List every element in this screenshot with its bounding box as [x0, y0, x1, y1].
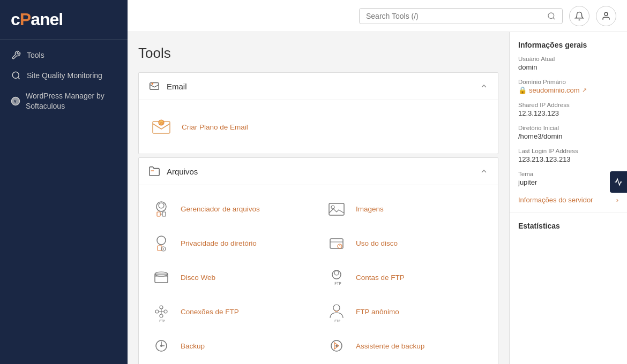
- last-login-value: 123.213.123.213: [518, 155, 618, 163]
- search-button[interactable]: [547, 12, 556, 20]
- svg-line-1: [18, 78, 19, 79]
- shared-ip-value: 12.3.123.123: [518, 109, 618, 117]
- stats-title: Estatísticas: [518, 222, 618, 230]
- sidebar-item-tools-label: Tools: [27, 50, 44, 60]
- tool-item-privacidade[interactable]: Privacidade do diretório: [148, 230, 313, 256]
- tool-item-imagens[interactable]: Imagens: [324, 196, 488, 222]
- file-manager-icon: [148, 196, 174, 222]
- svg-point-18: [331, 206, 334, 209]
- tool-item-conexoes-ftp[interactable]: FTP Conexões de FTP: [148, 299, 313, 324]
- search-input[interactable]: [366, 12, 543, 20]
- email-section-header[interactable]: Email: [139, 73, 498, 100]
- lock-icon: 🔒: [518, 86, 527, 94]
- svg-line-4: [553, 18, 555, 19]
- arquivos-tool-grid: Gerenciador de arquivos I: [148, 196, 488, 359]
- shared-ip-row: Shared IP Address 12.3.123.123: [518, 102, 618, 117]
- email-section-body: @ Criar Plano de Email: [139, 100, 498, 154]
- dominio-value: seudominio.com: [529, 86, 580, 94]
- svg-rect-15: [162, 212, 166, 216]
- svg-text:FTP: FTP: [159, 319, 165, 323]
- server-info-link[interactable]: Informações do servidor ›: [518, 194, 618, 204]
- email-plan-icon: @: [148, 114, 174, 140]
- svg-text:FTP: FTP: [334, 282, 341, 286]
- images-icon: [324, 196, 349, 222]
- tool-item-gerenciador[interactable]: Gerenciador de arquivos: [148, 196, 313, 222]
- svg-point-3: [548, 13, 554, 19]
- last-login-row: Last Login IP Address 123.213.123.213: [518, 148, 618, 163]
- backup-wizard-icon: [324, 333, 349, 359]
- notifications-button[interactable]: [569, 6, 589, 26]
- main-content: Tools Email: [128, 32, 509, 364]
- tool-item-uso-disco[interactable]: Uso do disco: [324, 230, 488, 256]
- svg-point-34: [164, 310, 167, 313]
- usuario-label: Usuário Atual: [518, 56, 618, 62]
- email-section: Email @: [138, 72, 498, 154]
- tool-item-backup[interactable]: Backup: [148, 333, 313, 359]
- ftp-accounts-icon: FTP: [324, 264, 349, 290]
- sidebar-item-wordpress-label: WordPress Manager by Softaculous: [26, 91, 117, 110]
- svg-text:FTP: FTP: [334, 319, 340, 323]
- tool-item-disco-web[interactable]: Disco Web: [148, 264, 313, 290]
- sidebar-item-wordpress[interactable]: WordPress Manager by Softaculous: [0, 86, 128, 116]
- dominio-link[interactable]: 🔒 seudominio.com ↗: [518, 86, 618, 94]
- sidebar-item-site-quality[interactable]: Site Quality Monitoring: [0, 65, 128, 86]
- svg-point-45: [160, 345, 162, 347]
- svg-point-30: [334, 271, 339, 275]
- svg-rect-14: [157, 212, 160, 216]
- svg-point-29: [332, 270, 341, 279]
- cpanel-logo: cPanel: [11, 10, 117, 29]
- user-button[interactable]: [596, 6, 616, 26]
- header: [128, 0, 627, 32]
- criar-plano-email-item[interactable]: @ Criar Plano de Email: [148, 111, 488, 143]
- search-bar-container: [359, 8, 563, 24]
- tool-conexoes-ftp-label: Conexões de FTP: [181, 308, 239, 316]
- ftp-connections-icon: FTP: [148, 299, 174, 324]
- wordpress-icon: [11, 96, 20, 106]
- logo-area: cPanel: [0, 0, 128, 40]
- tema-label: Tema: [518, 171, 618, 177]
- svg-point-39: [333, 305, 340, 311]
- email-collapse-icon: [480, 82, 488, 90]
- directory-privacy-icon: [148, 230, 174, 256]
- tool-contas-ftp-label: Contas de FTP: [356, 274, 405, 282]
- dominio-label: Domínio Primário: [518, 79, 618, 85]
- email-section-icon: [148, 80, 160, 92]
- float-chart-button[interactable]: [610, 171, 627, 193]
- tool-gerenciador-label: Gerenciador de arquivos: [181, 205, 260, 213]
- diretorio-row: Diretório Inicial /home3/domin: [518, 125, 618, 140]
- tool-item-assistente-backup[interactable]: Assistente de backup: [324, 333, 488, 359]
- dominio-row: Domínio Primário 🔒 seudominio.com ↗: [518, 79, 618, 94]
- server-info-label: Informações do servidor: [518, 196, 593, 204]
- arquivos-section-title: Arquivos: [167, 167, 198, 176]
- tool-imagens-label: Imagens: [356, 205, 384, 213]
- arquivos-section-icon: [148, 165, 160, 177]
- sidebar-item-tools[interactable]: Tools: [0, 45, 128, 65]
- svg-point-0: [12, 72, 19, 79]
- tema-value: jupiter: [518, 178, 618, 186]
- svg-point-33: [160, 306, 163, 309]
- tool-disco-web-label: Disco Web: [181, 274, 215, 282]
- tool-backup-label: Backup: [181, 342, 205, 350]
- web-disk-icon: [148, 264, 174, 290]
- usuario-row: Usuário Atual domin: [518, 56, 618, 71]
- tool-item-ftp-anonimo[interactable]: FTP FTP anônimo: [324, 299, 488, 324]
- ftp-anon-icon: FTP: [324, 299, 349, 324]
- search-quality-icon: [11, 71, 21, 80]
- svg-point-47: [335, 345, 338, 347]
- page-title: Tools: [138, 45, 498, 62]
- tools-icon: [11, 50, 21, 60]
- criar-plano-email-label: Criar Plano de Email: [182, 123, 248, 131]
- disk-usage-icon: [324, 230, 349, 256]
- svg-point-32: [155, 310, 159, 313]
- diretorio-value: /home3/domin: [518, 132, 618, 140]
- arquivos-section-body: Gerenciador de arquivos I: [139, 185, 498, 364]
- chevron-right-icon: ›: [616, 196, 618, 204]
- shared-ip-label: Shared IP Address: [518, 102, 618, 108]
- arquivos-section-header[interactable]: Arquivos: [139, 158, 498, 185]
- main-area: Tools Email: [128, 0, 627, 364]
- diretorio-label: Diretório Inicial: [518, 125, 618, 131]
- tool-item-contas-ftp[interactable]: FTP Contas de FTP: [324, 264, 488, 290]
- email-section-header-left: Email: [148, 80, 187, 92]
- svg-text:@: @: [159, 122, 163, 125]
- last-login-label: Last Login IP Address: [518, 148, 618, 154]
